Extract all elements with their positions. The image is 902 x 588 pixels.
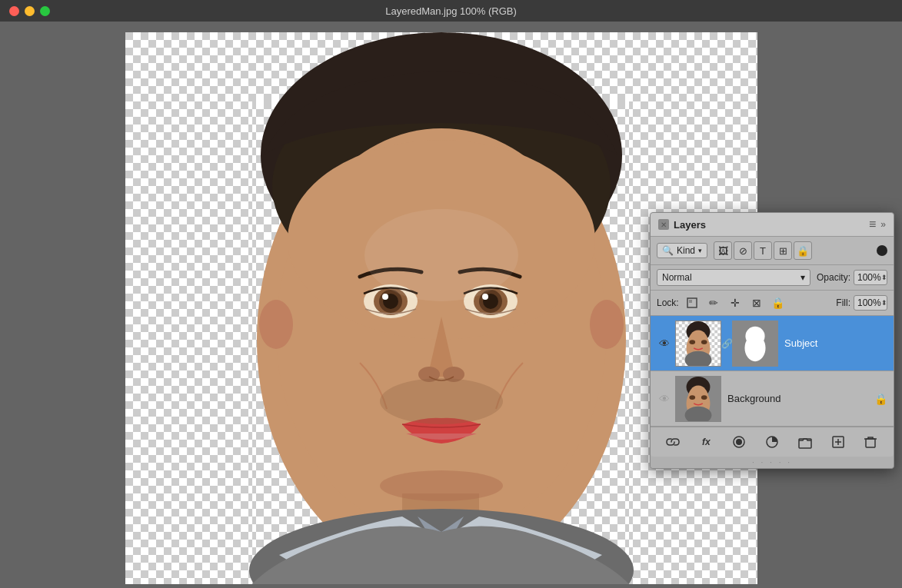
layers-panel: ✕ Layers ≡ » 🔍 Kind ▾ 🖼 ⊘ T ⊞ 🔒 N	[650, 212, 894, 469]
create-group-button[interactable]	[795, 432, 815, 452]
panel-title: Layers	[674, 219, 869, 231]
panel-menu-icon[interactable]: ≡	[869, 218, 876, 231]
svg-point-30	[380, 378, 503, 424]
panel-bottom-toolbar: fx	[651, 427, 894, 457]
layer-chain-link: 🔗	[721, 338, 732, 349]
subject-photo-thumbnail	[675, 321, 721, 367]
kind-label: Kind	[677, 245, 695, 256]
subject-thumb-svg	[676, 321, 721, 367]
svg-point-46	[745, 326, 764, 345]
svg-point-51	[689, 395, 695, 400]
blend-row: Normal ▾ Opacity: 100% ⬍	[651, 265, 894, 291]
fill-label: Fill:	[836, 297, 850, 308]
eye-icon-hidden: 👁	[659, 393, 670, 405]
fill-value: 100%	[857, 297, 881, 308]
blend-mode-select[interactable]: Normal ▾	[657, 269, 810, 286]
lock-position-button[interactable]: ✛	[727, 294, 744, 311]
add-layer-mask-button[interactable]	[729, 432, 749, 452]
svg-point-42	[701, 340, 707, 344]
kind-filter-select[interactable]: 🔍 Kind ▾	[657, 243, 707, 258]
create-new-layer-button[interactable]	[828, 432, 848, 452]
canvas-area: ✕ Layers ≡ » 🔍 Kind ▾ 🖼 ⊘ T ⊞ 🔒 N	[0, 22, 902, 588]
subject-mask-thumbnail	[732, 321, 778, 367]
scroll-indicator: · · · · ·	[651, 457, 894, 468]
subject-visibility[interactable]: 👁	[657, 337, 672, 350]
svg-point-26	[380, 470, 503, 501]
filter-pixel-button[interactable]: 🖼	[714, 241, 732, 260]
lock-transparent-button[interactable]	[684, 294, 701, 311]
lock-artboard-button[interactable]: ⊠	[748, 294, 765, 311]
svg-point-23	[482, 294, 488, 300]
opacity-stepper[interactable]: ⬍	[881, 274, 887, 281]
blend-mode-value: Normal	[662, 272, 692, 283]
filter-smart-button[interactable]: 🔒	[794, 241, 812, 260]
link-layers-button[interactable]	[663, 432, 683, 452]
filter-text-button[interactable]: T	[754, 241, 772, 260]
create-adjustment-button[interactable]	[762, 432, 782, 452]
fill-group: Fill: 100% ⬍	[836, 295, 887, 311]
svg-point-29	[364, 209, 518, 301]
svg-rect-5	[125, 32, 252, 584]
mask-thumb-svg	[733, 321, 777, 367]
filter-active-dot	[877, 245, 887, 256]
window-controls	[9, 6, 50, 16]
layer-item-subject[interactable]: 👁	[651, 316, 894, 371]
minimize-button[interactable]	[25, 6, 35, 16]
filter-adjustment-button[interactable]: ⊘	[734, 241, 752, 260]
svg-point-27	[259, 300, 293, 349]
svg-point-28	[590, 300, 624, 349]
layer-item-background[interactable]: 👁 Background 🔒	[651, 371, 894, 427]
lock-label: Lock:	[657, 297, 679, 308]
filter-shape-button[interactable]: ⊞	[774, 241, 792, 260]
bg-thumb-svg	[676, 376, 721, 422]
search-icon: 🔍	[662, 245, 674, 256]
background-photo-thumbnail	[675, 376, 721, 422]
svg-rect-61	[866, 439, 875, 447]
close-button[interactable]	[9, 6, 19, 16]
opacity-group: Opacity: 100% ⬍	[817, 270, 887, 285]
filter-icons: 🖼 ⊘ T ⊞ 🔒	[714, 241, 812, 260]
filter-row: 🔍 Kind ▾ 🖼 ⊘ T ⊞ 🔒	[651, 237, 894, 265]
delete-layer-button[interactable]	[860, 432, 880, 452]
panel-close-button[interactable]: ✕	[658, 219, 669, 230]
background-visibility[interactable]: 👁	[657, 393, 672, 405]
maximize-button[interactable]	[40, 6, 50, 16]
panel-collapse-button[interactable]: »	[880, 219, 886, 230]
background-layer-name: Background	[727, 393, 874, 404]
svg-point-18	[382, 294, 388, 300]
layers-list: 👁	[651, 316, 894, 427]
title-bar: LayeredMan.jpg 100% (RGB)	[0, 0, 902, 22]
fill-stepper[interactable]: ⬍	[881, 299, 887, 307]
fill-input[interactable]: 100% ⬍	[854, 295, 887, 311]
chevron-down-icon: ▾	[698, 247, 702, 254]
window-title: LayeredMan.jpg 100% (RGB)	[385, 5, 517, 17]
panel-header: ✕ Layers ≡ »	[651, 213, 894, 237]
lock-row: Lock: ✏ ✛ ⊠ 🔒 Fill: 100% ⬍	[651, 291, 894, 316]
add-layer-style-button[interactable]: fx	[696, 432, 716, 452]
opacity-label: Opacity:	[817, 272, 850, 283]
svg-rect-32	[689, 300, 692, 303]
svg-point-52	[701, 395, 707, 400]
background-lock-icon: 🔒	[874, 393, 887, 405]
eye-icon: 👁	[659, 337, 670, 350]
lock-all-button[interactable]: 🔒	[770, 294, 787, 311]
lock-image-button[interactable]: ✏	[705, 294, 722, 311]
svg-point-41	[689, 340, 695, 344]
blend-mode-chevron: ▾	[800, 272, 805, 283]
svg-point-55	[736, 439, 742, 445]
subject-layer-name: Subject	[784, 337, 887, 349]
opacity-value: 100%	[857, 272, 881, 283]
opacity-input[interactable]: 100% ⬍	[854, 270, 887, 285]
